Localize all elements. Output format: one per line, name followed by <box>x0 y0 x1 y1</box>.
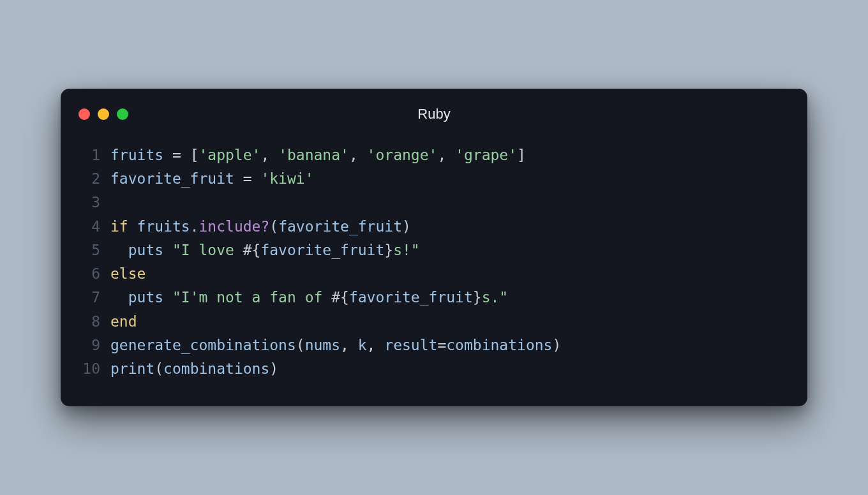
line-number: 7 <box>79 286 110 309</box>
maximize-icon[interactable] <box>117 108 128 120</box>
code-token: ( <box>269 218 278 235</box>
code-line: 9generate_combinations(nums, k, result=c… <box>79 334 789 357</box>
line-number: 5 <box>79 239 110 262</box>
code-line: 4if fruits.include?(favorite_fruit) <box>79 215 789 239</box>
line-number: 1 <box>79 144 110 167</box>
line-number: 10 <box>79 357 110 381</box>
code-token: #{ <box>243 242 261 258</box>
close-icon[interactable] <box>79 108 90 120</box>
code-token: combinations <box>163 360 269 377</box>
code-token: . <box>190 218 199 235</box>
code-token: include? <box>199 218 270 235</box>
code-token: favorite_fruit <box>349 289 473 306</box>
line-content: favorite_fruit = 'kiwi' <box>110 167 314 191</box>
code-token: 'kiwi' <box>260 170 313 187</box>
code-token: "I'm not a fan of <box>172 289 331 306</box>
code-window: Ruby 1fruits = ['apple', 'banana', 'oran… <box>61 89 807 407</box>
line-number: 3 <box>79 191 110 214</box>
code-editor[interactable]: 1fruits = ['apple', 'banana', 'orange', … <box>79 144 789 381</box>
code-token: } <box>473 289 482 306</box>
code-token: combinations <box>446 337 552 353</box>
line-number: 2 <box>79 167 110 191</box>
code-token: k <box>358 337 367 353</box>
code-token: , <box>260 147 278 163</box>
line-content: puts "I love #{favorite_fruit}s!" <box>110 239 420 262</box>
line-number: 4 <box>79 215 110 239</box>
traffic-lights <box>79 108 128 120</box>
window-title: Ruby <box>79 106 789 122</box>
code-token: favorite_fruit <box>260 242 384 258</box>
minimize-icon[interactable] <box>98 108 109 120</box>
line-content: fruits = ['apple', 'banana', 'orange', '… <box>110 144 526 167</box>
code-token: ) <box>402 218 411 235</box>
code-token: "I love <box>172 242 243 258</box>
code-line: 2favorite_fruit = 'kiwi' <box>79 167 789 191</box>
code-token: = <box>243 170 261 187</box>
code-token: ] <box>517 147 526 163</box>
code-token: 'orange' <box>367 147 438 163</box>
line-number: 6 <box>79 262 110 286</box>
code-token: fruits <box>110 147 172 163</box>
code-token: favorite_fruit <box>278 218 402 235</box>
line-number: 8 <box>79 310 110 334</box>
code-line: 8end <box>79 310 789 334</box>
code-token: print <box>110 360 154 377</box>
code-token: #{ <box>331 289 349 306</box>
code-token: favorite_fruit <box>110 170 243 187</box>
code-token: result <box>384 337 437 353</box>
window-titlebar: Ruby <box>79 104 789 124</box>
code-token: generate_combinations <box>110 337 296 353</box>
code-token: ( <box>154 360 163 377</box>
code-token: if <box>110 218 128 235</box>
code-token: ( <box>296 337 305 353</box>
code-token: 'banana' <box>278 147 349 163</box>
code-token: , <box>437 147 455 163</box>
code-token: , <box>367 337 385 353</box>
code-token: 'apple' <box>198 147 260 163</box>
code-token: 'grape' <box>455 147 517 163</box>
line-content: print(combinations) <box>110 357 278 381</box>
code-token: = <box>437 337 446 353</box>
code-token: , <box>349 147 367 163</box>
code-token: s!" <box>393 242 420 258</box>
code-token: else <box>110 265 146 282</box>
code-token: = [ <box>172 147 199 163</box>
code-token: ) <box>552 337 561 353</box>
line-number: 9 <box>79 334 110 357</box>
code-token: s." <box>482 289 509 306</box>
line-content <box>110 191 119 214</box>
code-token: ) <box>269 360 278 377</box>
code-token: end <box>110 313 137 330</box>
code-token: puts <box>110 289 172 306</box>
code-token: , <box>340 337 358 353</box>
line-content: if fruits.include?(favorite_fruit) <box>110 215 411 239</box>
code-line: 6else <box>79 262 789 286</box>
code-token: puts <box>110 242 172 258</box>
line-content: puts "I'm not a fan of #{favorite_fruit}… <box>110 286 508 309</box>
code-line: 10print(combinations) <box>79 357 789 381</box>
line-content: else <box>110 262 146 286</box>
code-line: 3 <box>79 191 789 214</box>
line-content: end <box>110 310 137 334</box>
code-token: nums <box>305 337 340 353</box>
code-token: fruits <box>128 218 190 235</box>
line-content: generate_combinations(nums, k, result=co… <box>110 334 561 357</box>
code-token: } <box>384 242 393 258</box>
code-line: 1fruits = ['apple', 'banana', 'orange', … <box>79 144 789 167</box>
code-line: 5 puts "I love #{favorite_fruit}s!" <box>79 239 789 262</box>
code-line: 7 puts "I'm not a fan of #{favorite_frui… <box>79 286 789 309</box>
